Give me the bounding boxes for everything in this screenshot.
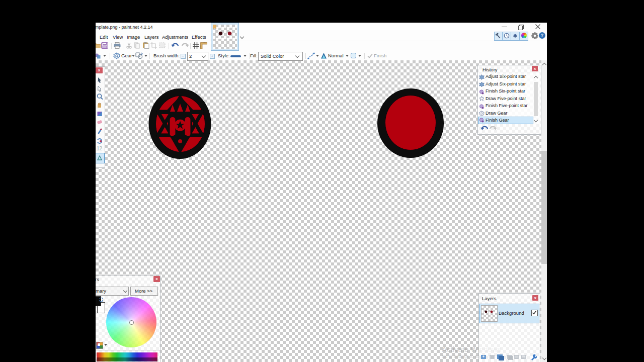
svg-text:12: 12 bbox=[97, 146, 103, 151]
